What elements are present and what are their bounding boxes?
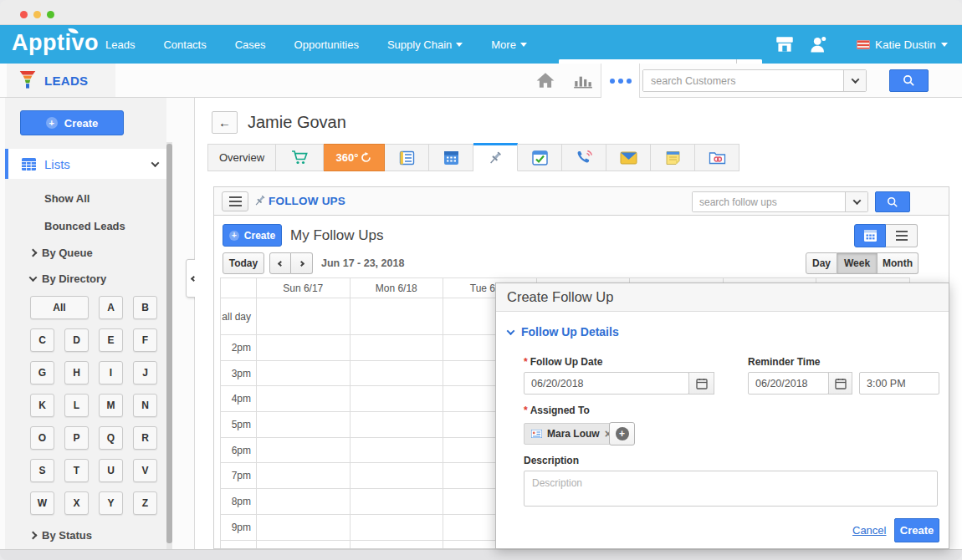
- nav-item-contacts[interactable]: Contacts: [163, 38, 206, 51]
- tab-follow-ups[interactable]: [473, 143, 518, 171]
- window-close-button[interactable]: [20, 11, 28, 18]
- user-menu[interactable]: Katie Dustin: [857, 25, 948, 64]
- reminder-time-input[interactable]: [859, 372, 939, 395]
- user-profile-icon[interactable]: [809, 34, 829, 58]
- calendar-cell[interactable]: [257, 298, 351, 335]
- calendar-cell[interactable]: [351, 412, 444, 438]
- nav-item-cases[interactable]: Cases: [235, 38, 266, 51]
- description-textarea[interactable]: [524, 471, 938, 507]
- window-minimize-button[interactable]: [33, 11, 41, 18]
- calendar-cell[interactable]: [257, 412, 351, 438]
- dialog-create-button[interactable]: Create: [894, 518, 939, 542]
- list-view-button[interactable]: [886, 224, 918, 247]
- nav-item-supply-chain[interactable]: Supply Chain: [387, 38, 463, 51]
- nav-item-opportunities[interactable]: Opportunities: [294, 38, 359, 51]
- tab-emails[interactable]: [606, 144, 651, 171]
- calendar-cell[interactable]: [351, 386, 444, 412]
- calendar-cell[interactable]: [257, 386, 351, 412]
- follow-up-details-section-toggle[interactable]: Follow Up Details: [508, 325, 619, 339]
- sidebar-group-by-directory[interactable]: By Directory: [30, 272, 106, 285]
- alpha-filter[interactable]: C: [30, 328, 54, 352]
- calendar-cell[interactable]: [351, 463, 444, 489]
- tab-tasks[interactable]: [518, 144, 562, 171]
- panel-menu-button[interactable]: [222, 191, 248, 211]
- cancel-link[interactable]: Cancel: [852, 524, 886, 537]
- calendar-cell[interactable]: [257, 463, 351, 489]
- add-assignee-button[interactable]: +: [609, 422, 635, 445]
- calendar-cell[interactable]: [351, 361, 444, 387]
- calendar-cell[interactable]: [351, 541, 444, 550]
- follow-up-date-input[interactable]: [524, 372, 689, 395]
- alpha-filter[interactable]: Q: [99, 426, 123, 450]
- alpha-filter[interactable]: V: [133, 459, 157, 482]
- calendar-cell[interactable]: [257, 335, 351, 361]
- alpha-filter[interactable]: J: [133, 361, 157, 384]
- month-view-button[interactable]: Month: [878, 252, 919, 274]
- week-view-button[interactable]: Week: [837, 252, 878, 274]
- calendar-cell[interactable]: [257, 438, 351, 464]
- alpha-filter[interactable]: H: [64, 361, 89, 384]
- calendar-cell[interactable]: [257, 515, 351, 541]
- tab-orders[interactable]: [276, 144, 324, 171]
- calendar-cell[interactable]: [257, 541, 351, 550]
- alpha-filter[interactable]: E: [99, 328, 123, 352]
- tab-documents[interactable]: [695, 144, 739, 171]
- sidebar-item-show-all[interactable]: Show All: [44, 192, 90, 205]
- alpha-filter[interactable]: P: [64, 426, 89, 450]
- alpha-filter[interactable]: I: [99, 361, 123, 384]
- next-week-button[interactable]: [291, 252, 313, 274]
- reminder-date-input[interactable]: [748, 372, 829, 395]
- alpha-filter[interactable]: M: [99, 394, 123, 417]
- alpha-filter[interactable]: U: [99, 459, 123, 482]
- alpha-filter[interactable]: T: [64, 459, 89, 482]
- sidebar-create-button[interactable]: + Create: [20, 110, 124, 135]
- alpha-filter[interactable]: F: [133, 328, 157, 352]
- prev-week-button[interactable]: [269, 252, 291, 274]
- alpha-filter[interactable]: N: [133, 394, 157, 417]
- day-view-button[interactable]: Day: [806, 252, 837, 274]
- alpha-filter[interactable]: D: [64, 328, 89, 352]
- nav-item-leads[interactable]: Leads: [105, 38, 135, 51]
- alpha-filter-all[interactable]: All: [30, 296, 89, 319]
- calendar-cell[interactable]: [257, 489, 351, 515]
- tab-calls[interactable]: [562, 144, 606, 171]
- customer-search-button[interactable]: [889, 69, 929, 92]
- tab-calendar[interactable]: [429, 144, 473, 171]
- tab-notes[interactable]: [651, 144, 695, 171]
- apptivo-logo[interactable]: Apptivo: [12, 30, 99, 56]
- store-icon[interactable]: [774, 35, 796, 57]
- alpha-filter[interactable]: R: [133, 426, 157, 450]
- calendar-cell[interactable]: [351, 298, 444, 335]
- reminder-date-picker-button[interactable]: [828, 372, 852, 395]
- reports-chart-icon[interactable]: [569, 64, 597, 97]
- alpha-filter[interactable]: S: [30, 459, 54, 482]
- calendar-cell[interactable]: [351, 489, 444, 515]
- calendar-view-button[interactable]: [854, 224, 886, 247]
- customer-search-dropdown[interactable]: [843, 70, 866, 91]
- alpha-filter[interactable]: W: [30, 491, 54, 515]
- alpha-filter[interactable]: X: [64, 491, 89, 515]
- alpha-filter[interactable]: A: [99, 296, 123, 319]
- sidebar-scrollbar[interactable]: [166, 142, 172, 549]
- sidebar-group-by-status[interactable]: By Status: [30, 529, 92, 542]
- calendar-cell[interactable]: [351, 335, 444, 361]
- alpha-filter[interactable]: G: [30, 361, 54, 384]
- nav-item-more[interactable]: More: [491, 38, 527, 51]
- calendar-cell[interactable]: [257, 361, 351, 387]
- today-button[interactable]: Today: [223, 252, 264, 274]
- tab-overview[interactable]: Overview: [207, 144, 276, 171]
- more-apps-button[interactable]: [601, 64, 640, 98]
- alpha-filter[interactable]: O: [30, 426, 54, 450]
- alpha-filter[interactable]: K: [30, 394, 54, 417]
- back-button[interactable]: ←: [212, 111, 238, 134]
- follow-up-create-button[interactable]: + Create: [223, 224, 282, 247]
- tab-360-view[interactable]: 360°: [324, 144, 385, 171]
- follow-ups-search-input[interactable]: [693, 192, 845, 211]
- sidebar-group-by-queue[interactable]: By Queue: [30, 247, 93, 259]
- alpha-filter[interactable]: Y: [99, 491, 123, 515]
- customer-search-input[interactable]: [643, 70, 843, 91]
- follow-ups-search-dropdown[interactable]: [845, 192, 867, 211]
- tab-news-feed[interactable]: [385, 144, 429, 171]
- calendar-cell[interactable]: [351, 438, 444, 464]
- alpha-filter[interactable]: L: [64, 394, 89, 417]
